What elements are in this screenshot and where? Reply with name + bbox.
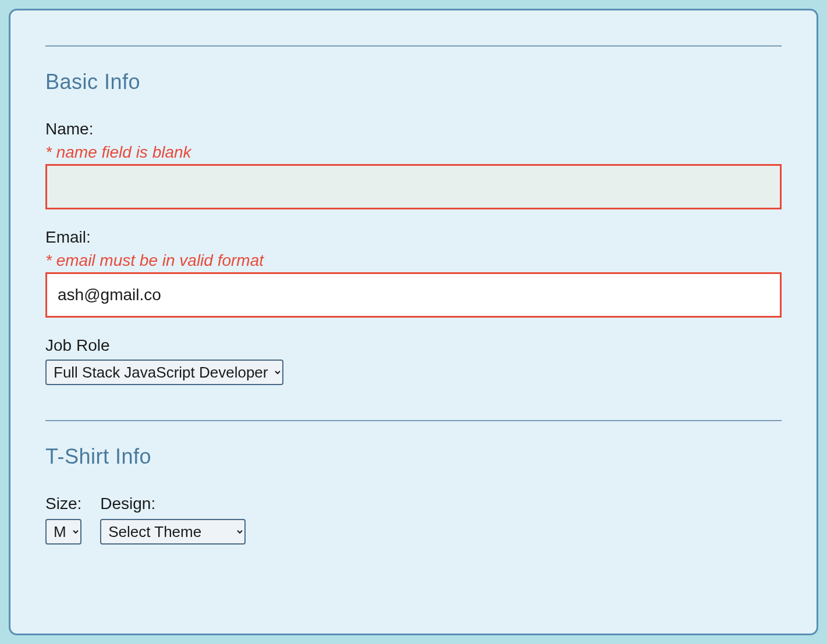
job-role-label: Job Role	[45, 336, 782, 355]
design-label: Design:	[100, 494, 246, 513]
tshirt-info-heading: T-Shirt Info	[45, 444, 782, 469]
email-field-group: Email: * email must be in valid format	[45, 228, 782, 318]
size-label: Size:	[45, 494, 81, 513]
tshirt-fields-row: Size: M Design: Select Theme	[45, 494, 782, 545]
size-field-group: Size: M	[45, 494, 81, 545]
basic-info-heading: Basic Info	[45, 70, 782, 94]
form-container: Basic Info Name: * name field is blank E…	[9, 9, 818, 635]
design-select[interactable]: Select Theme	[100, 519, 246, 545]
name-input[interactable]	[45, 164, 782, 209]
design-field-group: Design: Select Theme	[100, 494, 246, 545]
job-role-field-group: Job Role Full Stack JavaScript Developer	[45, 336, 782, 385]
divider-top	[45, 45, 782, 47]
divider-middle	[45, 420, 782, 421]
email-error-message: * email must be in valid format	[45, 251, 782, 270]
size-select[interactable]: M	[45, 519, 81, 545]
name-field-group: Name: * name field is blank	[45, 120, 782, 209]
name-error-message: * name field is blank	[45, 143, 782, 162]
email-label: Email:	[45, 228, 782, 247]
email-input[interactable]	[45, 272, 782, 318]
name-label: Name:	[45, 120, 782, 138]
job-role-select[interactable]: Full Stack JavaScript Developer	[45, 360, 283, 385]
